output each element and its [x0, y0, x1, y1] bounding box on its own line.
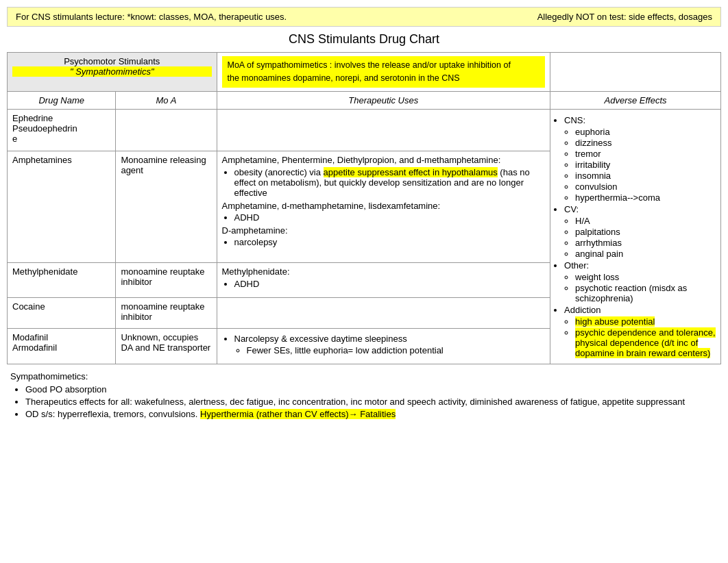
- moa-methylphenidate: monoamine reuptake inhibitor: [116, 263, 217, 298]
- moa-ephedrine: [116, 109, 217, 151]
- amp-obesity-item: obesity (anorectic) via appetite suppres…: [234, 167, 546, 198]
- banner-left: For CNS stimulants lecture: *knowt: clas…: [16, 12, 287, 22]
- moa-banner: MoA of sympathomimetics : involves the r…: [222, 56, 546, 88]
- bottom-bullet1: Good PO absorption: [25, 384, 718, 395]
- column-header-row: Drug Name Mo A Therapeutic Uses Adverse …: [8, 91, 721, 109]
- row-ephedrine: EphedrinePseudoephedrine CNS: euphoria d…: [8, 109, 721, 151]
- moa-modafinil: Unknown, occupies DA and NE transporter: [116, 328, 217, 364]
- therapeutic-amphetamines: Amphetamine, Phentermine, Diethylpropion…: [217, 151, 550, 263]
- moa-line1: MoA of sympathomimetics : involves the r…: [228, 59, 540, 72]
- amp-suffix: s: [67, 155, 72, 165]
- moa-banner-cell: MoA of sympathomimetics : involves the r…: [217, 53, 550, 92]
- cv-header: CV: H/A palpitations arrhythmias anginal…: [564, 204, 716, 259]
- other-list: weight loss psychotic reaction (misdx as…: [564, 272, 716, 303]
- bottom-bullet2: Therapeutics effects for all: wakefulnes…: [25, 397, 718, 407]
- section-col2: " Sympathomimetics": [12, 66, 212, 77]
- ae-euphoria: euphoria: [575, 127, 716, 137]
- bottom-bullet3: OD s/s: hyperreflexia, tremors, convulsi…: [25, 409, 718, 419]
- ae-insomnia: insomnia: [575, 171, 716, 181]
- ae-tremor: tremor: [575, 149, 716, 159]
- main-table: Psychomotor Stimulants " Sympathomimetic…: [7, 52, 721, 364]
- ae-arrhythmias: arrhythmias: [575, 238, 716, 248]
- cns-header: CNS: euphoria dizziness tremor irritabil…: [564, 115, 716, 203]
- moa-amp-text: Monoamine releasing agent: [121, 155, 206, 175]
- amp-narcolepsy-item: narcolepsy: [234, 237, 546, 247]
- ae-weight-loss: weight loss: [575, 272, 716, 282]
- col-adverse-header: Adverse Effects: [550, 91, 721, 109]
- top-banner: For CNS stimulants lecture: *knowt: clas…: [7, 7, 721, 27]
- moa-line2: the monoamines dopamine, norepi, and ser…: [228, 72, 540, 85]
- ae-anginal: anginal pain: [575, 249, 716, 259]
- ae-psychic-dependence: psychic dependence and tolerance, physic…: [575, 327, 716, 358]
- methyl-adhd: ADHD: [234, 279, 546, 289]
- amp-group3-intro: D-amphetamine:: [222, 225, 546, 236]
- cns-list: euphoria dizziness tremor irritability i…: [564, 127, 716, 203]
- therapeutic-modafinil: Narcolepsy & excessive daytime sleepines…: [217, 328, 550, 364]
- page-title: CNS Stimulants Drug Chart: [7, 32, 721, 47]
- ae-irritability: irritability: [575, 160, 716, 170]
- other-header: Other: weight loss psychotic reaction (m…: [564, 260, 716, 303]
- section-header-col12: Psychomotor Stimulants " Sympathomimetic…: [8, 53, 217, 92]
- section-col1: Psychomotor Stimulants: [12, 56, 212, 66]
- psychic-text: psychic dependence and tolerance, physic…: [575, 327, 716, 358]
- therapeutic-methylphenidate: Methylphenidate: ADHD: [217, 263, 550, 298]
- adverse-effects-cell: CNS: euphoria dizziness tremor irritabil…: [550, 109, 721, 364]
- amp-obesity-pre: obesity (anorectic) via: [234, 167, 321, 177]
- ae-high-abuse: high abuse potential: [575, 316, 716, 327]
- ae-ha: H/A: [575, 216, 716, 226]
- drug-ephedrine: EphedrinePseudoephedrine: [8, 109, 116, 151]
- amp-group1-intro: Amphetamine, Phentermine, Diethylpropion…: [222, 155, 546, 165]
- col-therapeutic-header: Therapeutic Uses: [217, 91, 550, 109]
- adverse-blank-header: [550, 53, 721, 92]
- ae-convulsion: convulsion: [575, 182, 716, 192]
- col-moa-header: Mo A: [116, 91, 217, 109]
- high-abuse-text: high abuse potential: [575, 316, 655, 327]
- drug-cocaine: Cocaine: [8, 297, 116, 328]
- addiction-list: high abuse potential psychic dependence …: [564, 316, 716, 358]
- bottom-header: Sympathomimetics:: [10, 371, 718, 381]
- mod-narcolepsy: Narcolepsy & excessive daytime sleepines…: [234, 334, 546, 344]
- bottom-bullet3-pre: OD s/s: hyperreflexia, tremors, convulsi…: [25, 409, 197, 419]
- ae-palpitations: palpitations: [575, 227, 716, 237]
- drug-modafinil: ModafinilArmodafinil: [8, 328, 116, 364]
- methyl-intro: Methylphenidate:: [222, 266, 546, 277]
- therapeutic-cocaine: [217, 297, 550, 328]
- banner-right: Allegedly NOT on test: side effects, dos…: [537, 12, 712, 22]
- amp-appetite-highlight: appetite suppressant effect in hypothala…: [324, 167, 498, 177]
- col-drug-header: Drug Name: [8, 91, 116, 109]
- section-header-row: Psychomotor Stimulants " Sympathomimetic…: [8, 53, 721, 92]
- moa-amphetamines: Monoamine releasing agent: [116, 151, 217, 263]
- drug-name-ephedrine: EphedrinePseudoephedrine: [12, 113, 77, 144]
- cv-list: H/A palpitations arrhythmias anginal pai…: [564, 216, 716, 259]
- bottom-section: Sympathomimetics: Good PO absorption The…: [7, 364, 721, 428]
- mod-fewer-ses: Fewer SEs, little euphoria= low addictio…: [247, 345, 546, 355]
- drug-amphetamines: Amphetamines: [8, 151, 116, 263]
- addiction-header: Addiction high abuse potential psychic d…: [564, 305, 716, 358]
- drug-modafinil-text: ModafinilArmodafinil: [12, 332, 57, 353]
- drug-methylphenidate: Methylphenidate: [8, 263, 116, 298]
- amp-adhd-item: ADHD: [234, 212, 546, 223]
- therapeutic-ephedrine: [217, 109, 550, 151]
- ae-psychotic: psychotic reaction (misdx as schizophren…: [575, 283, 716, 303]
- bottom-hyperthermia: Hyperthermia (rather than CV effects)→ F…: [200, 409, 396, 419]
- moa-cocaine: monoamine reuptake inhibitor: [116, 297, 217, 328]
- ae-hyperthermia: hyperthermia-->coma: [575, 192, 716, 203]
- amp-group2-intro: Amphetamine, d-methamphetamine, lisdexam…: [222, 201, 546, 211]
- ae-dizziness: dizziness: [575, 138, 716, 148]
